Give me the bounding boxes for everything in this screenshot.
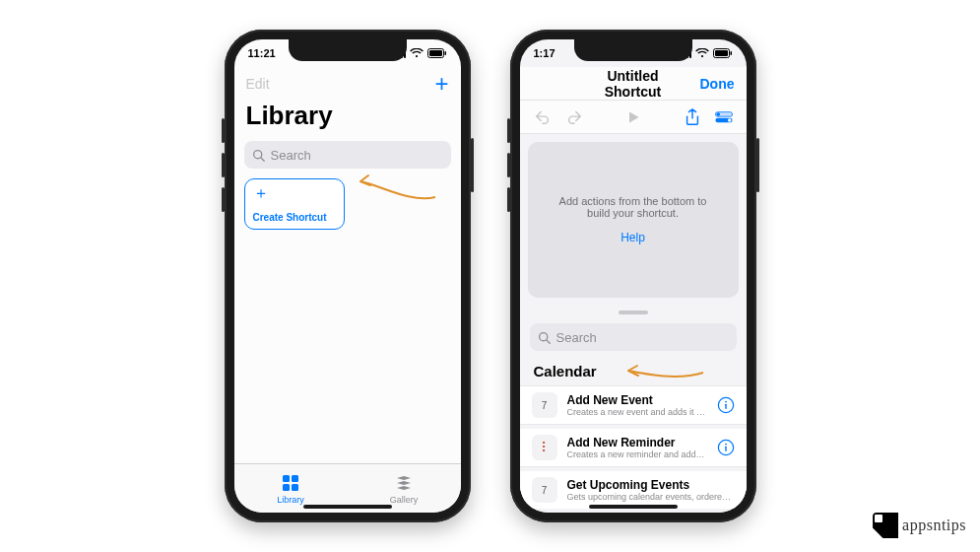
search-input[interactable]: Search: [244, 141, 451, 169]
edit-button[interactable]: Edit: [246, 76, 270, 92]
home-indicator[interactable]: [303, 505, 392, 509]
phone-right: 1:17 Untitled Shortcut Done: [510, 30, 756, 522]
search-icon: [252, 149, 265, 162]
svg-point-15: [727, 118, 731, 122]
add-button[interactable]: +: [434, 70, 448, 98]
nav-title: Untitled Shortcut: [581, 68, 686, 100]
watermark-logo-icon: [873, 513, 898, 538]
search-icon: [538, 331, 551, 344]
editor-toolbar: [520, 101, 747, 134]
status-time: 11:21: [248, 47, 276, 59]
calendar-icon: 7: [532, 392, 557, 418]
svg-line-17: [546, 339, 549, 342]
wifi-icon: [410, 48, 424, 58]
svg-rect-23: [725, 447, 726, 451]
actions-search-input[interactable]: Search: [530, 323, 737, 351]
notch: [574, 39, 692, 61]
phone-left: 11:21 Edit + Library S: [225, 30, 471, 522]
svg-point-19: [725, 401, 727, 403]
canvas-hint: Add actions from the bottom to build you…: [548, 195, 719, 219]
done-button[interactable]: Done: [700, 76, 735, 92]
tab-library-label: Library: [277, 495, 304, 505]
svg-rect-5: [283, 475, 290, 482]
library-content: ＋ Create Shortcut: [234, 176, 461, 463]
battery-icon: [427, 48, 447, 58]
svg-rect-6: [292, 475, 298, 482]
undo-button[interactable]: [534, 108, 552, 126]
battery-icon: [713, 48, 733, 58]
status-time: 1:17: [534, 47, 555, 59]
action-subtitle: Creates a new reminder and adds it to th…: [567, 449, 707, 459]
action-title: Add New Reminder: [567, 436, 707, 449]
info-button[interactable]: [717, 396, 735, 414]
create-shortcut-card[interactable]: ＋ Create Shortcut: [244, 178, 345, 230]
page-title: Library: [234, 101, 461, 137]
share-button[interactable]: [684, 108, 701, 126]
redo-button[interactable]: [565, 108, 583, 126]
action-title: Add New Event: [567, 393, 707, 407]
tab-gallery-label: Gallery: [390, 495, 419, 505]
svg-rect-1: [429, 50, 442, 56]
action-title: Get Upcoming Events: [567, 478, 735, 492]
plus-icon: ＋: [253, 185, 336, 201]
settings-toggle-button[interactable]: [715, 108, 733, 126]
action-subtitle: Creates a new event and adds it to the s…: [567, 407, 707, 417]
section-title-calendar: Calendar: [520, 359, 747, 385]
svg-point-22: [725, 444, 727, 446]
svg-line-4: [260, 157, 263, 160]
action-subtitle: Gets upcoming calendar events, ordered f…: [567, 492, 735, 502]
create-shortcut-label: Create Shortcut: [253, 212, 336, 223]
screen-left: 11:21 Edit + Library S: [234, 39, 461, 513]
svg-rect-7: [283, 484, 290, 491]
notch: [289, 39, 407, 61]
search-placeholder: Search: [271, 148, 311, 163]
play-button[interactable]: [624, 108, 642, 126]
action-row-upcoming-events[interactable]: 7 Get Upcoming Events Gets upcoming cale…: [520, 471, 747, 509]
shortcut-canvas[interactable]: Add actions from the bottom to build you…: [528, 142, 739, 298]
nav-bar: Untitled Shortcut Done: [520, 67, 747, 101]
panel-handle[interactable]: [520, 306, 747, 319]
watermark: appsntips: [873, 513, 966, 538]
nav-bar: Edit +: [234, 67, 461, 101]
home-indicator[interactable]: [589, 505, 678, 509]
wifi-icon: [695, 48, 709, 58]
svg-rect-2: [444, 51, 446, 55]
reminders-icon: ⠇: [532, 435, 557, 460]
calendar-icon: 7: [532, 477, 557, 503]
svg-rect-8: [292, 484, 298, 491]
svg-point-13: [716, 112, 720, 116]
actions-search-placeholder: Search: [556, 330, 597, 345]
action-row-add-reminder[interactable]: ⠇ Add New Reminder Creates a new reminde…: [520, 429, 747, 467]
svg-rect-20: [725, 404, 726, 409]
actions-panel: Search Calendar 7 Add New Event Creates …: [520, 306, 747, 513]
screen-right: 1:17 Untitled Shortcut Done: [520, 39, 747, 513]
watermark-text: appsntips: [902, 517, 966, 534]
info-button[interactable]: [717, 439, 735, 456]
action-row-add-event[interactable]: 7 Add New Event Creates a new event and …: [520, 385, 747, 425]
help-link[interactable]: Help: [621, 231, 645, 244]
svg-rect-10: [715, 50, 728, 56]
svg-rect-11: [730, 51, 732, 55]
